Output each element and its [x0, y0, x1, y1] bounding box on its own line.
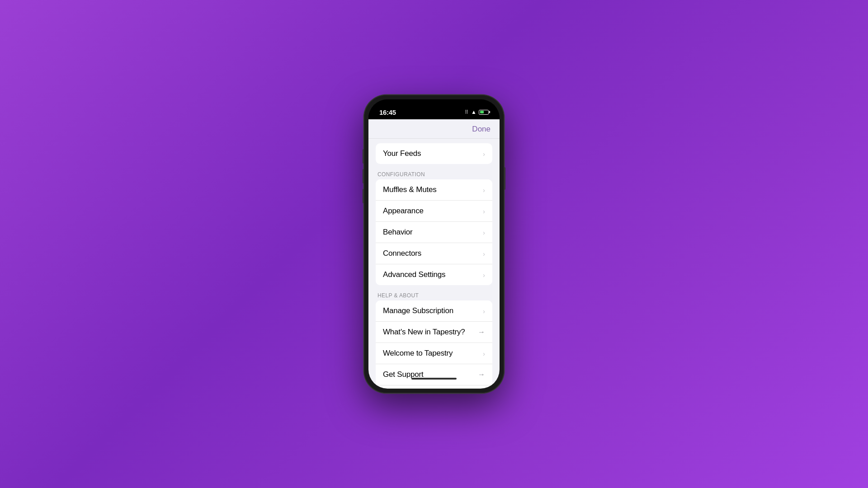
get-support-item[interactable]: Get Support → [376, 364, 492, 385]
your-feeds-group: Your Feeds › [376, 143, 492, 164]
whats-new-label: What's New in Tapestry? [383, 328, 465, 337]
signal-icon: ⠿ [465, 109, 469, 115]
wifi-icon: ▲ [471, 109, 476, 115]
your-feeds-label: Your Feeds [383, 149, 421, 158]
home-indicator [411, 378, 457, 380]
done-button[interactable]: Done [472, 125, 491, 134]
connectors-item[interactable]: Connectors › [376, 243, 492, 264]
manage-subscription-label: Manage Subscription [383, 306, 453, 315]
status-icons: ⠿ ▲ [465, 109, 489, 115]
help-about-group: Manage Subscription › What's New in Tape… [376, 300, 492, 389]
manage-subscription-item[interactable]: Manage Subscription › [376, 300, 492, 322]
phone-screen: 16:45 ⠿ ▲ Done Your Feeds [368, 99, 500, 389]
your-feeds-chevron: › [483, 150, 485, 158]
connectors-chevron: › [483, 250, 485, 258]
nav-bar: Done [368, 119, 500, 139]
app-content: Done Your Feeds › CONFIGURATION Muffles … [368, 119, 500, 389]
behavior-label: Behavior [383, 228, 413, 237]
get-support-arrow: → [478, 371, 485, 379]
configuration-header: CONFIGURATION [368, 169, 500, 179]
manage-subscription-chevron: › [483, 307, 485, 315]
appearance-item[interactable]: Appearance › [376, 201, 492, 222]
appearance-label: Appearance [383, 206, 424, 216]
status-time: 16:45 [379, 108, 396, 116]
about-item[interactable]: About › [376, 385, 492, 389]
advanced-settings-chevron: › [483, 271, 485, 279]
muffles-mutes-label: Muffles & Mutes [383, 185, 437, 194]
battery-icon [479, 110, 489, 115]
dynamic-island [414, 104, 454, 117]
appearance-chevron: › [483, 207, 485, 215]
muffles-mutes-item[interactable]: Muffles & Mutes › [376, 179, 492, 201]
welcome-tapestry-item[interactable]: Welcome to Tapestry › [376, 343, 492, 364]
welcome-tapestry-label: Welcome to Tapestry [383, 349, 453, 358]
status-bar: 16:45 ⠿ ▲ [368, 99, 500, 119]
help-about-header: HELP & ABOUT [368, 290, 500, 300]
welcome-tapestry-chevron: › [483, 350, 485, 357]
your-feeds-item[interactable]: Your Feeds › [376, 143, 492, 164]
muffles-mutes-chevron: › [483, 186, 485, 194]
behavior-item[interactable]: Behavior › [376, 222, 492, 243]
whats-new-arrow: → [478, 328, 485, 336]
advanced-settings-item[interactable]: Advanced Settings › [376, 264, 492, 285]
configuration-group: Muffles & Mutes › Appearance › Behavior … [376, 179, 492, 285]
phone-device: 16:45 ⠿ ▲ Done Your Feeds [364, 95, 504, 393]
advanced-settings-label: Advanced Settings [383, 270, 445, 279]
connectors-label: Connectors [383, 249, 421, 258]
behavior-chevron: › [483, 229, 485, 236]
whats-new-item[interactable]: What's New in Tapestry? → [376, 322, 492, 343]
